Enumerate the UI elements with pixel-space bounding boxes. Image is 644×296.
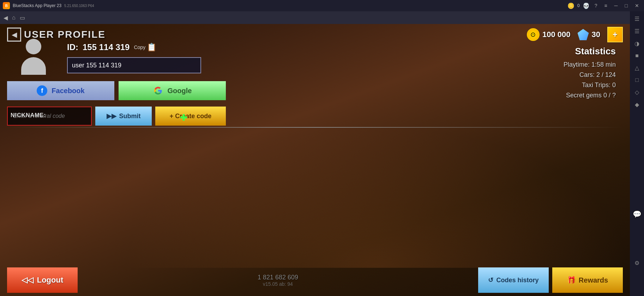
submit-button[interactable]: ▶▶ Submit	[95, 107, 152, 126]
right-sidebar: ☰ ☰ ◑ ■ △ □ ◇ ◆ 💬 ⚙	[630, 11, 644, 296]
settings-icon[interactable]: ⚙	[633, 258, 641, 268]
google-label: Google	[168, 87, 192, 95]
bottom-bar: ◁◁ Logout 1 821 682 609 v15.05 ab: 94 ↺ …	[0, 264, 630, 296]
coin-icon: ⊙	[527, 28, 540, 41]
help-button[interactable]: ?	[592, 2, 600, 9]
profile-panel: ID: 155 114 319 Copy 📋 NICKNAME: f Faceb…	[7, 42, 226, 126]
diamond-value: 30	[592, 30, 600, 39]
rewards-button[interactable]: 🎁 Rewards	[552, 267, 623, 293]
nickname-row: NICKNAME:	[7, 56, 226, 73]
user-id-value: 155 114 319	[83, 42, 130, 52]
menu-button[interactable]: ≡	[602, 2, 609, 9]
logout-label: Logout	[37, 276, 64, 285]
stats-playtime: Playtime: 1:58 min	[564, 61, 616, 68]
sidebar-icon-4[interactable]: ■	[634, 51, 640, 60]
cars-label: Cars:	[579, 71, 595, 78]
nickname-label: NICKNAME:	[11, 112, 46, 119]
add-resources-button[interactable]: +	[607, 27, 623, 42]
stats-taxi: Taxi Trips: 0	[564, 81, 616, 89]
close-button[interactable]: ✕	[633, 2, 641, 9]
taxi-value: 0	[612, 81, 616, 89]
sidebar-icon-1[interactable]: ☰	[633, 14, 641, 24]
sidebar-icon-6[interactable]: □	[634, 75, 640, 85]
sidebar-icon-5[interactable]: △	[633, 63, 640, 73]
navbar: ◀ ⌂ ▭	[0, 11, 644, 24]
coin-value: 100 000	[542, 30, 571, 39]
submit-label: Submit	[119, 113, 141, 120]
car-silhouette	[124, 127, 630, 268]
statistics-panel: Statistics Playtime: 1:58 min Cars: 2 / …	[556, 42, 623, 105]
cars-value: 2 / 124	[596, 71, 616, 78]
bottom-right-buttons: ↺ Codes history 🎁 Rewards	[478, 267, 623, 293]
copy-button[interactable]: Copy 📋	[134, 43, 156, 52]
maximize-button[interactable]: □	[623, 2, 630, 9]
playtime-label: Playtime:	[564, 61, 590, 68]
top-resources: ⊙ 100 000 30 +	[527, 27, 623, 42]
sidebar-icon-8[interactable]: ◆	[633, 100, 640, 109]
titlebar: B BlueStacks App Player 23 5.21.650.1063…	[0, 0, 644, 11]
gems-value: 0 / ?	[603, 92, 616, 99]
submit-arrow-icon: ▶▶	[107, 112, 116, 120]
taxi-label: Taxi Trips:	[582, 81, 610, 89]
copy-label: Copy	[134, 44, 145, 50]
titlebar-skull-icon: 💀	[583, 2, 590, 9]
version-info: v15.05 ab: 94	[78, 281, 478, 287]
window-controls: 🪙 0 💀 ? ≡ ─ □ ✕	[567, 2, 641, 9]
codes-history-button[interactable]: ↺ Codes history	[478, 267, 549, 293]
bottom-center: 1 821 682 609 v15.05 ab: 94	[78, 274, 478, 287]
logout-arrow-icon: ◁◁	[22, 276, 34, 285]
gems-label: Secret gems	[566, 92, 602, 99]
top-game-bar: ◀ USER PROFILE ⊙ 100 000 30 +	[0, 24, 630, 45]
rewards-label: Rewards	[579, 276, 608, 284]
separator	[7, 127, 623, 128]
google-icon	[153, 85, 163, 96]
logout-button[interactable]: ◁◁ Logout	[7, 267, 78, 293]
nickname-input[interactable]	[67, 57, 201, 73]
codes-history-label: Codes history	[496, 277, 538, 284]
app-version: 5.21.650.1063 P64	[64, 4, 94, 8]
create-code-label: + Create code	[170, 113, 212, 120]
stats-cars: Cars: 2 / 124	[564, 71, 616, 79]
nav-tabs-icon[interactable]: ▭	[20, 14, 25, 21]
diamonds-display: 30	[578, 29, 600, 40]
app-logo: B	[3, 2, 10, 9]
copy-icon: 📋	[147, 43, 156, 52]
user-id-row: ID: 155 114 319 Copy 📋	[67, 42, 226, 52]
sidebar-icon-7[interactable]: ◇	[633, 87, 640, 97]
coins-display: ⊙ 100 000	[527, 28, 571, 41]
nav-back-icon[interactable]: ◀	[4, 14, 8, 21]
stats-gems: Secret gems 0 / ?	[564, 92, 616, 99]
sidebar-icon-2[interactable]: ☰	[633, 26, 641, 36]
app-title: BlueStacks App Player 23	[13, 3, 61, 8]
titlebar-coin-icon: 🪙	[567, 2, 574, 9]
minimize-button[interactable]: ─	[612, 2, 620, 9]
diamond-icon	[578, 29, 589, 40]
playtime-value: 1:58 min	[591, 61, 616, 68]
discord-icon[interactable]: 💬	[633, 210, 642, 218]
google-button[interactable]: Google	[119, 81, 226, 100]
nav-home-icon[interactable]: ⌂	[12, 14, 16, 21]
history-icon: ↺	[488, 276, 493, 284]
sidebar-icon-3[interactable]: ◑	[633, 39, 641, 48]
create-code-button[interactable]: + Create code	[155, 107, 226, 126]
avatar-head	[26, 39, 41, 54]
gift-icon: 🎁	[567, 276, 576, 284]
stats-title: Statistics	[564, 46, 616, 57]
user-id-label: ID:	[67, 42, 78, 52]
titlebar-coin-count: 0	[577, 3, 580, 8]
player-count: 1 821 682 609	[78, 274, 478, 281]
